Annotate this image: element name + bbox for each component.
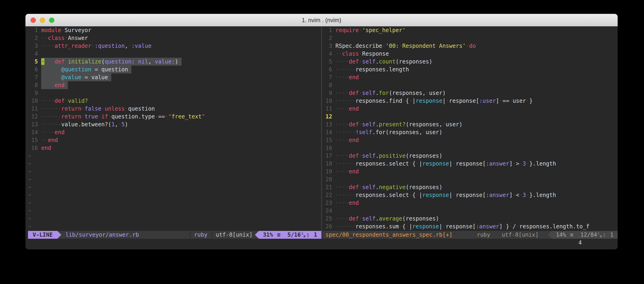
right-position-segment: 14% ≡ 12/84 LN : 1 xyxy=(552,231,618,239)
code-line[interactable]: 5····def·self.count(responses) xyxy=(322,58,618,66)
code-line[interactable]: 18······responses.select·{·|response|·re… xyxy=(322,160,618,168)
code-token: def xyxy=(54,98,64,104)
code-line[interactable]: 15····end xyxy=(322,136,618,144)
zoom-button[interactable] xyxy=(49,17,54,23)
code-line[interactable]: 7······@value·=·value xyxy=(28,73,321,81)
code-line[interactable]: 14····end xyxy=(28,128,321,136)
code-line[interactable]: 9 xyxy=(28,89,321,97)
code-text: ······return·false·unless·question xyxy=(41,105,155,113)
code-line[interactable]: 6······@question·=·question xyxy=(28,66,321,73)
code-line[interactable]: 16 xyxy=(322,144,618,152)
left-code-area[interactable]: 1module·Surveyor2··class·Answer3····attr… xyxy=(28,26,321,231)
code-token: responses.find xyxy=(356,98,402,104)
code-line[interactable]: 13······value.between?(1,·5) xyxy=(28,121,321,128)
line-number: 11 xyxy=(28,105,41,113)
code-token: user xyxy=(512,98,526,104)
code-token: question xyxy=(128,106,155,112)
line-number: 10 xyxy=(28,97,41,105)
whitespace-dots: · xyxy=(526,98,529,104)
code-token: ] xyxy=(499,223,502,230)
code-line[interactable]: 4··class·Response xyxy=(322,50,618,58)
code-line[interactable]: 6······responses.length xyxy=(322,66,618,73)
code-line[interactable]: 7····end xyxy=(322,73,618,81)
code-line[interactable]: 16end xyxy=(28,144,321,152)
code-token: 3 xyxy=(522,192,526,198)
code-token: ] xyxy=(496,98,499,104)
code-text: ····def·self.count(responses) xyxy=(336,58,432,66)
code-line[interactable]: 12 xyxy=(322,113,618,121)
code-line[interactable]: 2 xyxy=(322,34,618,42)
code-line[interactable]: 8 xyxy=(322,81,618,89)
code-line[interactable]: 22······responses.select·{·|response|·re… xyxy=(322,191,618,199)
whitespace-dots: ·· xyxy=(41,137,48,143)
code-line[interactable]: 10······responses.find·{·|response|·resp… xyxy=(322,97,618,105)
code-line[interactable]: 15··end xyxy=(28,136,321,144)
minimize-button[interactable] xyxy=(40,17,45,23)
code-token: { xyxy=(402,223,406,230)
code-line[interactable]: 23····end xyxy=(322,199,618,207)
code-token: end xyxy=(349,137,359,143)
code-token: (responses) xyxy=(406,153,442,159)
code-line[interactable]: 19····end xyxy=(322,168,618,175)
whitespace-dots: · xyxy=(91,43,94,49)
code-line[interactable]: 3····attr_reader·:question,·:value xyxy=(28,42,321,50)
code-token: class xyxy=(342,51,359,57)
code-line[interactable]: 2··class·Answer xyxy=(28,34,321,42)
code-token: return xyxy=(61,113,82,120)
code-text: ····def·self.for(responses,·user) xyxy=(336,89,446,97)
code-line[interactable]: 14······!self.for(responses,·user) xyxy=(322,128,618,136)
code-line[interactable]: 4 xyxy=(28,50,321,58)
empty-buffer-line: ~ xyxy=(28,215,321,223)
mode-indicator: V-LINE xyxy=(28,231,57,239)
left-editor-pane[interactable]: 1module·Surveyor2··class·Answer3····attr… xyxy=(26,26,321,239)
code-token: | xyxy=(449,192,452,198)
code-line[interactable]: 11····end xyxy=(322,105,618,113)
nvim-editor: 1module·Surveyor2··class·Answer3····attr… xyxy=(26,26,618,249)
whitespace-dots: · xyxy=(512,160,516,167)
code-line[interactable]: 1module·Surveyor xyxy=(28,26,321,34)
whitespace-dots: ···· xyxy=(336,184,349,190)
whitespace-dots: ···· xyxy=(336,215,349,222)
left-encoding: utf-8[unix] xyxy=(214,231,255,239)
line-number: 15 xyxy=(322,136,336,144)
code-line[interactable]: 24 xyxy=(322,207,618,215)
code-token: :user xyxy=(479,98,496,104)
code-line[interactable]: 26······responses.sum·{·|response|·respo… xyxy=(322,223,618,230)
whitespace-dots: · xyxy=(402,98,406,104)
code-token: } xyxy=(506,223,509,230)
code-line[interactable]: 1require·'spec_helper' xyxy=(322,26,618,34)
code-token: def xyxy=(349,153,359,159)
code-token: . xyxy=(376,153,379,159)
code-line[interactable]: 12······return·true·if·question.type·==·… xyxy=(28,113,321,121)
code-token: responses.sum xyxy=(356,223,399,230)
code-token: responses.select xyxy=(356,160,409,167)
code-token: self xyxy=(362,58,376,65)
powerline-arrow-icon xyxy=(255,231,259,239)
whitespace-dots: · xyxy=(91,66,94,73)
code-text-selected: ······@value·=·value xyxy=(41,73,111,81)
code-line[interactable]: 9····def·self.for(responses,·user) xyxy=(322,89,618,97)
title-bar[interactable]: 1. nvim . (nvim) xyxy=(26,14,618,26)
code-line[interactable]: 11······return·false·unless·question xyxy=(28,105,321,113)
close-button[interactable] xyxy=(30,17,36,23)
code-text: ····def·self.positive(responses) xyxy=(336,152,442,160)
code-token: self xyxy=(362,215,376,222)
code-line[interactable]: 5····def·initialize(question:·nil,·value… xyxy=(28,58,321,66)
right-editor-pane[interactable]: 1require·'spec_helper'23RSpec.describe·'… xyxy=(322,26,618,239)
code-line[interactable]: 3RSpec.describe·'00:·Respondent·Answers'… xyxy=(322,42,618,50)
code-token: require xyxy=(336,27,359,33)
code-line[interactable]: 17····def·self.positive(responses) xyxy=(322,152,618,160)
code-line[interactable]: 8····end xyxy=(28,81,321,89)
code-token: self xyxy=(362,121,376,128)
code-line[interactable]: 13····def·self.present?(responses,·user) xyxy=(322,121,618,128)
empty-buffer-line: ~ xyxy=(28,199,321,207)
code-token: (responses, xyxy=(406,121,442,128)
code-line[interactable]: 20 xyxy=(322,175,618,183)
code-line[interactable]: 21····def·self.negative(responses) xyxy=(322,183,618,191)
code-line[interactable]: 25····def·self.average(responses) xyxy=(322,215,618,223)
code-token: :answer xyxy=(486,160,509,167)
whitespace-dots: · xyxy=(442,121,446,128)
code-line[interactable]: 10····def·valid? xyxy=(28,97,321,105)
right-code-area[interactable]: 1require·'spec_helper'23RSpec.describe·'… xyxy=(322,26,618,231)
tilde-marker: ~ xyxy=(28,223,31,230)
